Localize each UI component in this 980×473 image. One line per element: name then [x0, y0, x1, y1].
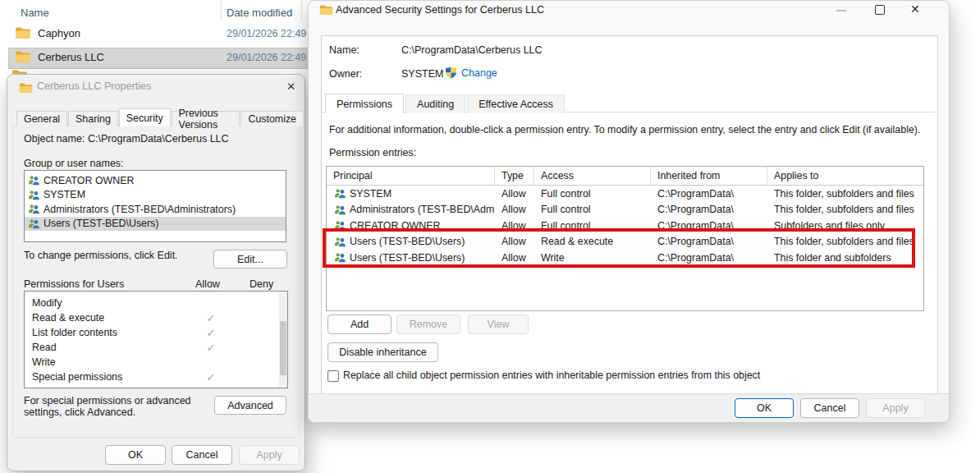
column-header-name[interactable]: Name: [21, 7, 49, 19]
cell-type: Allow: [495, 234, 534, 250]
add-button[interactable]: Add: [327, 315, 392, 334]
header-type[interactable]: Type: [495, 167, 534, 185]
advanced-note: For special permissions or advanced sett…: [24, 396, 214, 419]
tab-general[interactable]: General: [16, 111, 67, 126]
cell-type: Allow: [495, 250, 534, 266]
group-icon: [28, 190, 40, 200]
object-name-label: Object name:: [24, 133, 85, 145]
tab-permissions[interactable]: Permissions: [325, 94, 404, 113]
permission-row-list-folder-contents[interactable]: List folder contents ✓: [25, 325, 287, 340]
group-icon: [334, 204, 346, 215]
cell-principal: Users (TEST-BED\Users): [350, 252, 465, 264]
view-button[interactable]: View: [468, 315, 529, 334]
cell-applies-to: Subfolders and files only: [767, 218, 923, 234]
permission-row-special-permissions[interactable]: Special permissions ✓: [25, 370, 287, 384]
permission-label: Special permissions: [32, 371, 122, 383]
disable-inheritance-button[interactable]: Disable inheritance: [327, 342, 438, 362]
allow-checkmark[interactable]: ✓: [201, 371, 221, 383]
folder-icon: [319, 4, 333, 16]
permissions-for-users-label: Permissions for Users: [24, 278, 124, 290]
table-row-creator-owner[interactable]: CREATOR OWNER Allow Full control C:\Prog…: [327, 218, 923, 234]
cancel-button[interactable]: Cancel: [800, 398, 859, 418]
cell-access: Full control: [534, 202, 651, 218]
remove-button[interactable]: Remove: [396, 315, 460, 334]
change-owner-link[interactable]: Change: [445, 67, 497, 79]
group-icon: [334, 188, 346, 199]
permission-row-read[interactable]: Read ✓: [25, 340, 287, 355]
permission-row-write[interactable]: Write: [25, 355, 287, 370]
permission-row-modify[interactable]: Modify: [25, 296, 287, 310]
group-name: Users (TEST-BED\Users): [44, 218, 158, 229]
header-access[interactable]: Access: [534, 167, 651, 185]
group-icon: [334, 252, 346, 263]
table-row-administrators[interactable]: Administrators (TEST-BED\Adm... Allow Fu…: [327, 202, 923, 218]
tab-auditing[interactable]: Auditing: [405, 94, 465, 113]
table-row-system[interactable]: SYSTEM Allow Full control C:\ProgramData…: [327, 186, 923, 202]
name-label: Name:: [329, 44, 359, 56]
group-item-system[interactable]: SYSTEM: [25, 188, 286, 203]
folder-icon: [19, 82, 33, 94]
replace-permissions-checkbox[interactable]: [327, 370, 339, 382]
permission-label: Modify: [32, 297, 62, 309]
groups-label: Group or user names:: [24, 158, 124, 169]
table-row-users-write[interactable]: Users (TEST-BED\Users) Allow Write C:\Pr…: [327, 250, 923, 266]
group-item-administrators[interactable]: Administrators (TEST-BED\Administrators): [25, 202, 286, 217]
table-row-users-read-execute[interactable]: Users (TEST-BED\Users) Allow Read & exec…: [327, 234, 923, 250]
ok-button[interactable]: OK: [105, 445, 166, 465]
cell-access: Write: [534, 250, 651, 266]
scrollbar-thumb[interactable]: [280, 321, 286, 375]
allow-column-label: Allow: [195, 278, 220, 290]
column-separator: [221, 0, 222, 20]
file-date: 29/01/2026 22:49: [227, 52, 306, 63]
object-name-value: C:\ProgramData\Cerberus LLC: [88, 133, 229, 145]
header-principal[interactable]: Principal: [327, 167, 495, 185]
group-icon: [334, 220, 346, 231]
cell-access: Full control: [534, 218, 651, 234]
permission-row-read-execute[interactable]: Read & execute ✓: [25, 310, 287, 325]
tab-previous-versions[interactable]: Previous Versions: [172, 111, 240, 126]
permission-entries-table: Principal Type Access Inherited from App…: [326, 166, 924, 311]
cell-principal: SYSTEM: [350, 188, 392, 200]
edit-note: To change permissions, click Edit.: [24, 250, 178, 261]
cell-access: Read & execute: [534, 234, 651, 250]
group-item-creator-owner[interactable]: CREATOR OWNER: [25, 173, 286, 188]
uac-shield-icon: [445, 67, 457, 79]
advanced-tab-strip: Permissions Auditing Effective Access: [325, 94, 566, 113]
close-icon[interactable]: ✕: [286, 81, 295, 93]
apply-button[interactable]: Apply: [866, 398, 925, 418]
header-inherited-from[interactable]: Inherited from: [651, 167, 767, 185]
tab-customize[interactable]: Customize: [240, 111, 304, 126]
table-header-row: Principal Type Access Inherited from App…: [327, 167, 923, 186]
tab-sharing[interactable]: Sharing: [68, 111, 118, 126]
group-item-users-selected[interactable]: Users (TEST-BED\Users): [25, 217, 286, 232]
minimize-icon[interactable]: [836, 10, 846, 11]
cell-applies-to: This folder, subfolders and files: [767, 234, 923, 250]
header-applies-to[interactable]: Applies to: [767, 167, 923, 185]
scrollbar[interactable]: [279, 292, 287, 388]
group-icon: [28, 218, 40, 229]
cancel-button[interactable]: Cancel: [172, 445, 232, 465]
permission-label: Read & execute: [32, 312, 104, 324]
column-header-date-modified[interactable]: Date modified: [227, 7, 292, 19]
cell-type: Allow: [495, 218, 534, 234]
apply-button[interactable]: Apply: [239, 445, 300, 465]
allow-checkmark[interactable]: ✓: [201, 312, 221, 324]
group-name: CREATOR OWNER: [44, 175, 134, 186]
screen: Name Date modified Caphyon 29/01/2026 22…: [0, 0, 980, 473]
group-icon: [28, 204, 40, 214]
advanced-security-dialog: Advanced Security Settings for Cerberus …: [308, 0, 950, 423]
permission-label: Read: [32, 342, 57, 353]
folder-icon: [15, 26, 31, 39]
permission-label: List folder contents: [32, 327, 117, 338]
allow-checkmark[interactable]: ✓: [201, 327, 221, 339]
tab-security[interactable]: Security: [119, 108, 171, 126]
allow-checkmark[interactable]: ✓: [201, 342, 221, 354]
folder-icon: [15, 50, 31, 63]
maximize-icon[interactable]: [875, 5, 885, 15]
file-name: Caphyon: [38, 27, 80, 39]
cell-inherited-from: C:\ProgramData\: [651, 234, 767, 250]
tab-effective-access[interactable]: Effective Access: [467, 94, 565, 113]
close-icon[interactable]: ✕: [910, 3, 920, 15]
cell-applies-to: This folder, subfolders and files: [767, 202, 923, 218]
ok-button[interactable]: OK: [735, 398, 794, 418]
